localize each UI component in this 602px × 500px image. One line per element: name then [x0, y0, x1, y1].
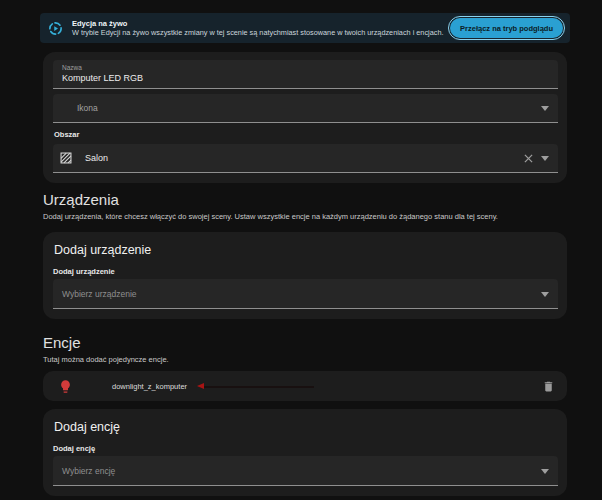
device-select[interactable]: Wybierz urządzenie: [53, 279, 558, 309]
area-field-label: Obszar: [54, 130, 558, 139]
name-field[interactable]: Nazwa Komputer LED RGB: [53, 60, 558, 89]
add-entity-field-label: Dodaj encję: [53, 444, 558, 453]
entities-section-title: Encje: [43, 333, 602, 352]
banner-description: W trybie Edycji na żywo wszystkie zmiany…: [72, 28, 450, 37]
chevron-down-icon: [541, 292, 549, 297]
area-field[interactable]: Salon: [53, 144, 558, 173]
live-edit-banner: Edycja na żywo W trybie Edycji na żywo w…: [40, 13, 570, 43]
entity-row[interactable]: downlight_z_komputer: [43, 371, 567, 401]
entities-section-description: Tutaj można dodać pojedyncze encje.: [43, 355, 567, 364]
devices-section-description: Dodaj urządzenia, które chcesz włączyć d…: [43, 212, 567, 221]
delete-entity-button[interactable]: [540, 378, 557, 395]
trash-icon: [542, 380, 555, 393]
add-device-card: Dodaj urządzenie Dodaj urządzenie Wybier…: [43, 232, 567, 319]
devices-section-title: Urządzenia: [43, 190, 602, 209]
lightbulb-icon: [58, 379, 73, 394]
scene-config-card: Nazwa Komputer LED RGB Ikona Obszar Salo…: [43, 52, 567, 183]
name-field-label: Nazwa: [62, 64, 82, 71]
chevron-down-icon: [541, 156, 549, 161]
add-device-card-title: Dodaj urządzenie: [53, 240, 558, 257]
annotation-arrow: [204, 386, 314, 388]
area-field-value: Salon: [85, 153, 108, 163]
device-select-placeholder: Wybierz urządzenie: [62, 279, 137, 308]
name-field-value: Komputer LED RGB: [62, 73, 143, 83]
entity-select[interactable]: Wybierz encję: [53, 456, 558, 486]
live-edit-icon: [48, 21, 63, 36]
entity-select-placeholder: Wybierz encję: [62, 456, 115, 485]
chevron-down-icon: [541, 469, 549, 474]
clear-icon[interactable]: [524, 154, 533, 163]
add-device-field-label: Dodaj urządzenie: [53, 267, 558, 276]
entity-name: downlight_z_komputer: [112, 382, 187, 391]
chevron-down-icon: [541, 106, 549, 111]
switch-to-preview-button[interactable]: Przełącz na tryb podglądu: [450, 18, 563, 38]
icon-field[interactable]: Ikona: [53, 94, 558, 123]
texture-box-icon: [59, 151, 73, 165]
banner-title: Edycja na żywo: [72, 19, 450, 28]
icon-field-label: Ikona: [77, 94, 98, 122]
add-entity-card: Dodaj encję Dodaj encję Wybierz encję: [43, 409, 567, 496]
add-entity-card-title: Dodaj encję: [53, 417, 558, 434]
